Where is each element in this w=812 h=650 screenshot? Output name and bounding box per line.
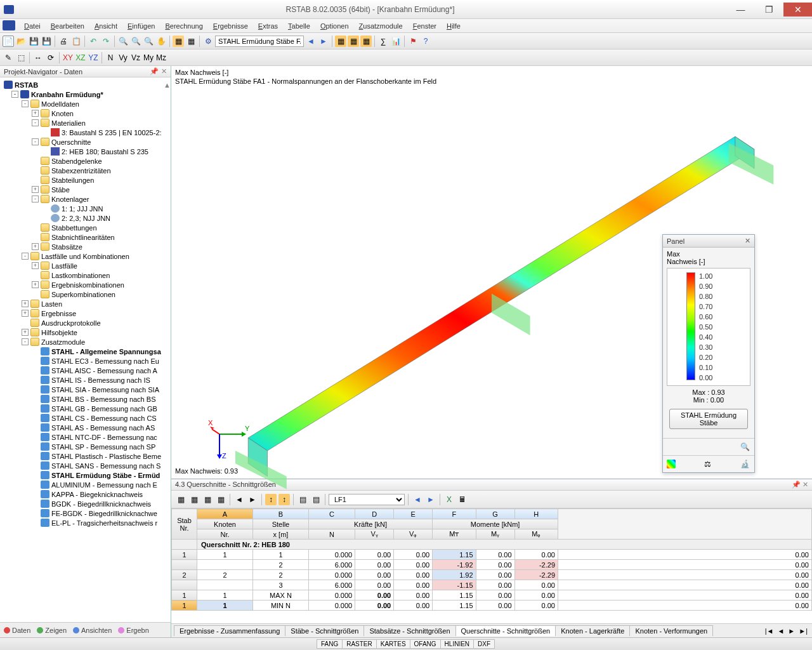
vz-icon[interactable]: Vz bbox=[130, 52, 141, 63]
tree-item[interactable]: STAHL CS - Bemessung nach CS bbox=[0, 413, 171, 423]
tree-item[interactable]: -Kranbahn Ermüdung* bbox=[0, 90, 171, 99]
menu-datei[interactable]: Datei bbox=[19, 21, 46, 31]
minimize-button[interactable]: — bbox=[726, 3, 755, 17]
vy-icon[interactable]: Vy bbox=[117, 52, 129, 63]
tree-item[interactable]: 3: Baustahl S 235 | EN 10025-2: bbox=[0, 128, 171, 137]
tree-item[interactable]: 2: HEB 180; Baustahl S 235 bbox=[0, 147, 171, 156]
open-icon[interactable]: 📂 bbox=[15, 36, 27, 47]
tree-item[interactable]: -Zusatzmodule bbox=[0, 337, 171, 347]
pan-icon[interactable]: ✋ bbox=[155, 36, 167, 47]
my-icon[interactable]: My bbox=[143, 52, 154, 63]
table-tab[interactable]: Knoten - Lagerkräfte bbox=[555, 625, 630, 636]
panel-microscope-icon[interactable]: 🔬 bbox=[739, 458, 750, 470]
table-row[interactable]: 36.0000.000.00-1.150.000.000.00 bbox=[172, 580, 812, 590]
tree-item[interactable]: -Modelldaten bbox=[0, 99, 171, 109]
panel-balance-icon[interactable]: ⚖ bbox=[702, 458, 713, 470]
move-icon[interactable]: ↔ bbox=[32, 52, 44, 63]
components-icon[interactable]: N bbox=[105, 52, 116, 63]
table-row[interactable]: 1110.0000.000.001.150.000.000.00 bbox=[172, 550, 812, 560]
menu-extras[interactable]: Extras bbox=[253, 21, 283, 31]
menu-ergebnisse[interactable]: Ergebnisse bbox=[208, 21, 253, 31]
module-run-icon[interactable]: ⚙ bbox=[202, 36, 214, 47]
tree-item[interactable]: STAHL Ermüdung Stäbe - Ermüd bbox=[0, 470, 171, 480]
tree-item[interactable]: +Ergebnisse bbox=[0, 308, 171, 318]
mz-icon[interactable]: Mz bbox=[155, 52, 167, 63]
tree-item[interactable]: STAHL SIA - Bemessung nach SIA bbox=[0, 385, 171, 394]
results-icon[interactable]: 📊 bbox=[390, 36, 402, 47]
tree-item[interactable]: +Knoten bbox=[0, 109, 171, 118]
render-icon[interactable]: ▦ bbox=[173, 36, 184, 47]
zoom-window-icon[interactable]: 🔍 bbox=[130, 36, 141, 47]
menu-einfügen[interactable]: Einfügen bbox=[122, 21, 160, 31]
tree-item[interactable]: Ausdruckprotokolle bbox=[0, 318, 171, 328]
tree-item[interactable]: STAHL EC3 - Bemessung nach Eu bbox=[0, 356, 171, 366]
tree-item[interactable]: STAHL - Allgemeine Spannungsa bbox=[0, 347, 171, 356]
tree-item[interactable]: KAPPA - Biegeknicknachweis bbox=[0, 489, 171, 499]
tree-item[interactable]: STAHL AISC - Bemessung nach A bbox=[0, 366, 171, 375]
menu-optionen[interactable]: Optionen bbox=[315, 21, 354, 31]
status-kartes[interactable]: KARTES bbox=[376, 639, 410, 649]
tree-item[interactable]: STAHL IS - Bemessung nach IS bbox=[0, 375, 171, 385]
opt2-icon[interactable]: ▦ bbox=[348, 36, 359, 47]
tree-item[interactable]: -Querschnitte bbox=[0, 137, 171, 147]
table-tab[interactable]: Stäbe - Schnittgrößen bbox=[285, 625, 364, 636]
panel-module-button[interactable]: STAHL Ermüdung Stäbe bbox=[669, 409, 748, 429]
zoom-icon[interactable]: 🔍 bbox=[117, 36, 129, 47]
printpreview-icon[interactable]: 📋 bbox=[70, 36, 82, 47]
menu-bearbeiten[interactable]: Bearbeiten bbox=[46, 21, 89, 31]
tree-item[interactable]: STAHL BS - Bemessung nach BS bbox=[0, 394, 171, 404]
saveall-icon[interactable]: 💾 bbox=[41, 36, 52, 47]
help-icon[interactable]: ⚑ bbox=[407, 36, 419, 47]
tree-item[interactable]: +Stäbe bbox=[0, 185, 171, 194]
panel-header[interactable]: Panel ✕ bbox=[663, 235, 754, 248]
tree-item[interactable]: STAHL SANS - Bemessung nach S bbox=[0, 461, 171, 470]
table-row[interactable]: 11MIN N0.0000.000.001.150.000.000.00 bbox=[172, 600, 812, 611]
tree-item[interactable]: EL-PL - Tragsicherheitsnachweis r bbox=[0, 518, 171, 527]
calc-icon[interactable]: ∑ bbox=[377, 36, 389, 47]
close-button[interactable]: ✕ bbox=[783, 3, 812, 17]
table-row[interactable]: 11MAX N0.0000.000.001.150.000.000.00 bbox=[172, 590, 812, 600]
tree-item[interactable]: STAHL AS - Bemessung nach AS bbox=[0, 423, 171, 432]
prev-icon[interactable]: ◄ bbox=[305, 36, 317, 47]
tree-item[interactable]: +Stabsätze bbox=[0, 242, 171, 251]
status-ofang[interactable]: OFANG bbox=[410, 639, 441, 649]
tree-item[interactable]: Stabendgelenke bbox=[0, 156, 171, 166]
table-tab-nav[interactable]: |◄◄►►| bbox=[763, 627, 809, 635]
select-icon[interactable]: ⬚ bbox=[15, 52, 27, 63]
tree-item[interactable]: STAHL Plastisch - Plastische Beme bbox=[0, 451, 171, 461]
module-selector[interactable] bbox=[215, 36, 304, 47]
xy-icon[interactable]: XY bbox=[62, 52, 74, 63]
nav-tab-ansichten[interactable]: Ansichten bbox=[73, 627, 112, 634]
tree-item[interactable]: +Lasten bbox=[0, 299, 171, 308]
menu-hilfe[interactable]: Hilfe bbox=[442, 21, 466, 31]
print-icon[interactable]: 🖨 bbox=[58, 36, 69, 47]
tree-item[interactable]: FE-BGDK - Biegedrillknicknachwe bbox=[0, 508, 171, 518]
panel-close-icon[interactable]: ✕ bbox=[745, 237, 750, 245]
opt3-icon[interactable]: ▦ bbox=[360, 36, 372, 47]
tree-item[interactable]: STAHL NTC-DF - Bemessung nac bbox=[0, 432, 171, 442]
save-icon[interactable]: 💾 bbox=[28, 36, 39, 47]
tree-item[interactable]: Stabbettungen bbox=[0, 223, 171, 232]
table-tab[interactable]: Querschnitte - Schnittgrößen bbox=[455, 625, 556, 636]
tree-item[interactable]: BGDK - Biegedrillknicknachweis bbox=[0, 499, 171, 508]
nav-tab-ergebn[interactable]: Ergebn bbox=[118, 627, 148, 634]
zoom-extents-icon[interactable]: 🔍 bbox=[143, 36, 154, 47]
tree-item[interactable]: STAHL GB - Bemessung nach GB bbox=[0, 404, 171, 413]
display-icon[interactable]: ▦ bbox=[185, 36, 197, 47]
panel-palette-icon[interactable] bbox=[667, 460, 676, 468]
menu-fenster[interactable]: Fenster bbox=[408, 21, 442, 31]
undo-icon[interactable]: ↶ bbox=[88, 36, 99, 47]
status-raster[interactable]: RASTER bbox=[342, 639, 377, 649]
table-tab[interactable]: Ergebnisse - Zusammenfassung bbox=[174, 625, 285, 636]
status-dxf[interactable]: DXF bbox=[473, 639, 495, 649]
nav-tab-daten[interactable]: Daten bbox=[4, 627, 30, 634]
tree-item[interactable]: Stabexzentrizitäten bbox=[0, 166, 171, 175]
rotate-icon[interactable]: ⟳ bbox=[45, 52, 56, 63]
navigator-tree[interactable]: RSTAB ▲ -Kranbahn Ermüdung*-Modelldaten+… bbox=[0, 77, 171, 622]
redo-icon[interactable]: ↷ bbox=[100, 36, 112, 47]
tree-item[interactable]: Lastkombinationen bbox=[0, 270, 171, 280]
new-icon[interactable]: 📄 bbox=[3, 36, 14, 47]
menu-zusatzmodule[interactable]: Zusatzmodule bbox=[354, 21, 408, 31]
tree-item[interactable]: +Hilfsobjekte bbox=[0, 328, 171, 337]
status-hlinien[interactable]: HLINIEN bbox=[440, 639, 474, 649]
